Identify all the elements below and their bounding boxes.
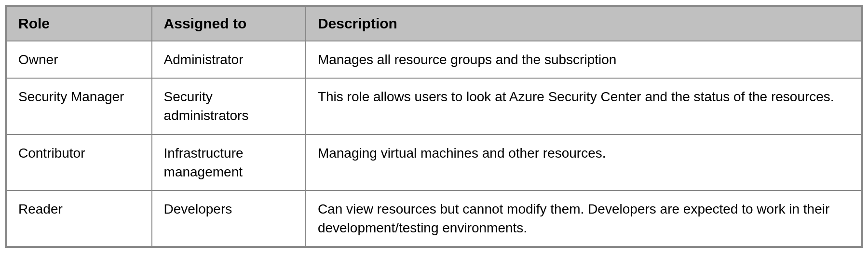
cell-assigned-to: Developers [152,190,306,246]
cell-description: Manages all resource groups and the subs… [306,41,862,78]
table-row: ReaderDevelopersCan view resources but c… [6,190,862,246]
roles-table: Role Assigned to Description OwnerAdmini… [5,5,863,248]
table-row: OwnerAdministratorManages all resource g… [6,41,862,78]
cell-description: This role allows users to look at Azure … [306,78,862,134]
cell-assigned-to: Administrator [152,41,306,78]
cell-role: Reader [6,190,152,246]
cell-assigned-to: Security administrators [152,78,306,134]
header-assigned-to: Assigned to [152,6,306,41]
table-row: Security ManagerSecurity administratorsT… [6,78,862,134]
cell-role: Security Manager [6,78,152,134]
table-header-row: Role Assigned to Description [6,6,862,41]
cell-assigned-to: Infrastructure management [152,135,306,190]
header-description: Description [306,6,862,41]
cell-description: Managing virtual machines and other reso… [306,135,862,190]
cell-description: Can view resources but cannot modify the… [306,190,862,246]
cell-role: Contributor [6,135,152,190]
cell-role: Owner [6,41,152,78]
table-row: ContributorInfrastructure managementMana… [6,135,862,190]
header-role: Role [6,6,152,41]
